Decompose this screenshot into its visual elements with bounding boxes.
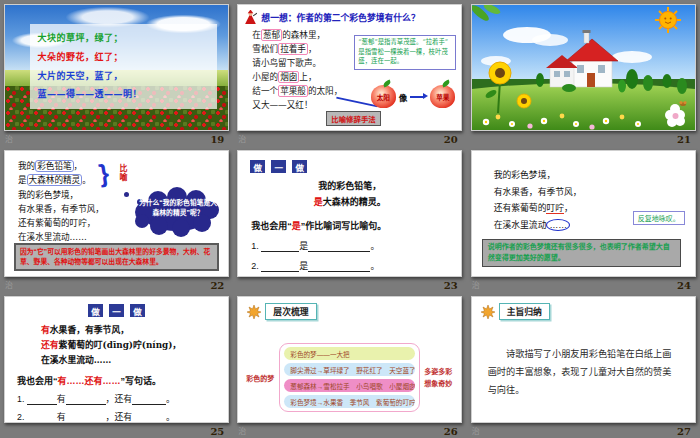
- apple-icon: 太阳: [371, 85, 396, 108]
- annotation-note: 反复地咏叹。: [633, 211, 685, 225]
- blank-field[interactable]: [308, 262, 370, 272]
- slide-cell-24: 我的彩色梦境， 有水果香，有季节风， 还有紫葡萄的叮咛， 在溪水里流动…… 反复…: [467, 146, 700, 292]
- slide-cell-21: 21: [467, 0, 700, 146]
- poem-line: 大朵的野花，红了；: [38, 48, 210, 67]
- highlighted-word: 苹果般: [278, 85, 308, 97]
- poem-line: 我的彩色梦境，: [494, 167, 695, 184]
- landscape-illustration: [472, 5, 695, 130]
- watermark: 治: [238, 425, 246, 436]
- maple-leaf-icon: [480, 304, 496, 320]
- section-title: 层次梳理: [265, 303, 316, 320]
- blank-field[interactable]: [261, 262, 299, 272]
- blank-field[interactable]: [132, 395, 166, 405]
- diagram-row: 葱郁森林→雪松拉手 小鸟唱歌 小屋烟囱 大红太阳: [284, 379, 415, 392]
- fill-blank-line: 2. 是。: [251, 259, 461, 272]
- page-number: 21: [677, 134, 691, 145]
- highlighted-word: 烟囱: [278, 71, 299, 83]
- answer-note: 因为“它”可以用彩色的铅笔画出大森林里的好多景物，大树、花草、野果、各种动物等都…: [14, 243, 219, 271]
- slide-thumbnail-24[interactable]: 我的彩色梦境， 有水果香，有季节风， 还有紫葡萄的叮咛， 在溪水里流动…… 反复…: [471, 150, 696, 277]
- circled-ellipsis: ……: [546, 219, 570, 231]
- diagram-row: 彩色的梦——一大把: [284, 347, 415, 360]
- do-exercise-header: 做 一 做: [5, 304, 228, 317]
- slide-cell-22: 我的彩色铅笔， 是大森林的精灵。 我的彩色梦境， 有水果香，有季节风， 还有紫葡…: [0, 146, 233, 292]
- slide-thumbnail-19[interactable]: 大块的草坪，绿了； 大朵的野花，红了； 大片的天空，蓝了， 蓝——得——透——明…: [4, 4, 229, 131]
- diagram-rows: 彩色的梦——一大把 脚尖滑过→草坪绿了 野花红了 天空蓝了 葱郁森林→雪松拉手 …: [279, 343, 420, 412]
- section-title: 主旨归纳: [499, 303, 550, 320]
- slide-cell-23: 做 一 做 我的彩色铅笔， 是大森林的精灵。 我也会用“是”作比喻词写比喻句。 …: [233, 146, 466, 292]
- highlighted-word: 拉着手: [278, 43, 308, 55]
- watermark: 治: [5, 279, 13, 290]
- slide-thumbnail-27[interactable]: 主旨归纳 诗歌描写了小朋友用彩色铅笔在白纸上画画时的丰富想象，表现了儿童对大自然…: [471, 296, 696, 423]
- structure-diagram: 彩色的梦 彩色的梦——一大把 脚尖滑过→草坪绿了 野花红了 天空蓝了 葱郁森林→…: [246, 343, 453, 412]
- slide-thumbnail-20[interactable]: 想一想：作者的第二个彩色梦境有什么？ 在葱郁的森林里， 雪松们拉着手， 请小鸟留…: [237, 4, 462, 131]
- diagram-left-label: 彩色的梦: [246, 373, 276, 383]
- slide-cell-26: 层次梳理 彩色的梦 彩色的梦——一大把 脚尖滑过→草坪绿了 野花红了 天空蓝了 …: [233, 292, 466, 438]
- blank-field[interactable]: [66, 413, 106, 423]
- thought-dot: [124, 192, 129, 197]
- watermark: 治: [238, 133, 246, 144]
- blank-field[interactable]: [27, 413, 57, 423]
- maple-leaf-icon: [246, 304, 262, 320]
- section-header: 主旨归纳: [480, 303, 695, 320]
- apple-icon: 苹果: [430, 85, 455, 108]
- apple-label: 太阳: [377, 92, 390, 102]
- arrow-icon: [410, 96, 423, 98]
- poem-line: 有水果香，有季节风，: [494, 184, 695, 201]
- quote-block: 我的彩色铅笔， 是大森林的精灵。: [238, 179, 461, 211]
- analysis-note: 说明作者的彩色梦境还有很多很多，也表明了作者希望大自然变得更加美好的愿望。: [482, 239, 681, 267]
- summary-paragraph: 诗歌描写了小朋友用彩色铅笔在白纸上画画时的丰富想象，表现了儿童对大自然的赞美与向…: [488, 346, 679, 400]
- quote-block: 有水果香，有季节风， 还有紫葡萄的叮(dīng)咛(níng)， 在溪水里流动……: [41, 323, 228, 368]
- blank-field[interactable]: [308, 242, 370, 252]
- diagram-row: 彩色梦境→水果香 季节风 紫葡萄的叮咛 溪水流动: [284, 395, 415, 408]
- slide-cell-27: 主旨归纳 诗歌描写了小朋友用彩色铅笔在白纸上画画时的丰富想象，表现了儿童对大自然…: [467, 292, 700, 438]
- poem-box: 大块的草坪，绿了； 大朵的野花，红了； 大片的天空，蓝了， 蓝——得——透——明…: [30, 24, 218, 110]
- quote-line: 有水果香，有季节风，: [41, 323, 228, 338]
- page-number: 22: [210, 280, 224, 291]
- quote-line: 在溪水里流动……: [41, 353, 228, 368]
- fill-blank-line: 1. 有，还有。: [17, 392, 228, 405]
- technique-tag: 比喻修辞手法: [326, 111, 380, 126]
- blank-field[interactable]: [132, 413, 166, 423]
- page-number: 20: [444, 134, 458, 145]
- section-header: 层次梳理: [246, 303, 461, 320]
- page-number: 19: [210, 134, 224, 145]
- annotation-note: “葱郁”是指青草茂盛。“拉着手”是指雪松一棵挨着一棵，枝叶茂盛，连在一起。: [354, 35, 456, 70]
- page-number: 26: [444, 426, 458, 437]
- poem-line: 大片的天空，蓝了，: [38, 67, 210, 86]
- thought-bubble-text: 为什么“我的彩色铅笔是大森林的精灵”呢？: [138, 198, 218, 218]
- watermark: 治: [472, 279, 480, 290]
- compare-word: 像: [399, 91, 408, 103]
- slide-cell-25: 做 一 做 有水果香，有季节风， 还有紫葡萄的叮(dīng)咛(níng)， 在…: [0, 292, 233, 438]
- poem-line: 小屋的烟囱上，: [252, 71, 461, 85]
- apple-label: 苹果: [436, 92, 449, 102]
- slide-cell-19: 大块的草坪，绿了； 大朵的野花，红了； 大片的天空，蓝了， 蓝——得——透——明…: [0, 0, 233, 146]
- quote-line: 是大森林的精灵。: [238, 195, 461, 211]
- blank-field[interactable]: [66, 395, 106, 405]
- watermark: 治: [5, 133, 13, 144]
- wizard-icon: [244, 10, 257, 25]
- fill-blank-line: 2. 有，还有。: [17, 410, 228, 423]
- watermark: 治: [472, 425, 480, 436]
- page-number: 24: [677, 280, 691, 291]
- quote-line: 还有紫葡萄的叮(dīng)咛(níng)，: [41, 338, 228, 353]
- exercise-prompt: 我也会用“是”作比喻词写比喻句。: [251, 219, 461, 232]
- highlighted-word: 彩色铅笔: [35, 160, 73, 172]
- blank-field[interactable]: [27, 395, 57, 405]
- poem-line: 大块的草坪，绿了；: [38, 29, 210, 48]
- page-number: 25: [210, 426, 224, 437]
- slide-thumbnail-21[interactable]: [471, 4, 696, 131]
- slide-thumbnail-23[interactable]: 做 一 做 我的彩色铅笔， 是大森林的精灵。 我也会用“是”作比喻词写比喻句。 …: [237, 150, 462, 277]
- highlighted-word: 大森林的精灵: [27, 174, 83, 186]
- slide-thumbnail-22[interactable]: 我的彩色铅笔， 是大森林的精灵。 我的彩色梦境， 有水果香，有季节风， 还有紫葡…: [4, 150, 229, 277]
- diagram-right-label: 多姿多彩 想象奇妙: [423, 366, 453, 390]
- highlighted-word: 葱郁: [261, 29, 282, 41]
- slide-thumbnail-25[interactable]: 做 一 做 有水果香，有季节风， 还有紫葡萄的叮(dīng)咛(níng)， 在…: [4, 296, 229, 423]
- slide-cell-20: 想一想：作者的第二个彩色梦境有什么？ 在葱郁的森林里， 雪松们拉着手， 请小鸟留…: [233, 0, 466, 146]
- slide-title: 想一想：作者的第二个彩色梦境有什么？: [261, 11, 419, 24]
- metaphor-graphic: 太阳 像 苹果: [371, 85, 456, 108]
- page-number: 27: [677, 426, 691, 437]
- slide-thumbnail-26[interactable]: 层次梳理 彩色的梦 彩色的梦——一大把 脚尖滑过→草坪绿了 野花红了 天空蓝了 …: [237, 296, 462, 423]
- poem-line: 蓝——得——透——明！: [38, 85, 210, 104]
- metaphor-label: 比喻: [117, 164, 128, 182]
- blank-field[interactable]: [261, 242, 299, 252]
